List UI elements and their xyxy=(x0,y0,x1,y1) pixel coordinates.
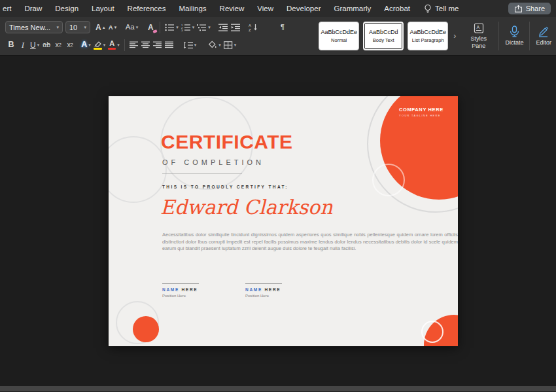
numbered-list-button[interactable]: 1 2 3 ▾ xyxy=(180,21,196,34)
menu-item-design[interactable]: Design xyxy=(55,5,78,12)
font-color-button[interactable]: A ▾ xyxy=(107,39,121,52)
menu-item-insert-truncated[interactable]: ert xyxy=(3,5,11,12)
style-label: Body Text xyxy=(373,37,394,43)
signature-name: NAME HERE xyxy=(245,287,311,292)
decrease-indent-icon xyxy=(218,24,228,31)
line-spacing-icon xyxy=(183,41,193,49)
signature-block-left[interactable]: NAME HERE Position Here xyxy=(162,283,228,298)
sort-icon: A Z xyxy=(249,23,258,31)
underline-button[interactable]: U▾ xyxy=(29,39,41,52)
italic-button[interactable]: I xyxy=(17,39,29,52)
menu-bar: ert Draw Design Layout References Mailin… xyxy=(0,0,556,17)
chevron-down-icon: ▾ xyxy=(208,25,211,29)
bold-button[interactable]: B xyxy=(5,39,17,52)
highlight-color-bar xyxy=(94,48,102,50)
multilevel-list-button[interactable]: ▾ xyxy=(196,21,212,34)
menu-item-acrobat[interactable]: Acrobat xyxy=(384,5,410,12)
recipient-name[interactable]: Edward Clarkson xyxy=(160,196,332,219)
menu-item-tell-me[interactable]: Tell me xyxy=(423,4,459,14)
ribbon: Times New... ▾ 10 ▾ A▲ A▼ Aa▾ A xyxy=(0,17,556,56)
signature-line xyxy=(245,283,282,284)
text-effects-button[interactable]: A▾ xyxy=(80,39,92,52)
menu-item-grammarly[interactable]: Grammarly xyxy=(334,5,371,12)
chevron-down-icon: ▾ xyxy=(176,25,179,29)
eraser-icon xyxy=(153,29,158,33)
subscript-mark: 2 xyxy=(59,43,61,47)
justify-button[interactable] xyxy=(164,39,175,52)
company-tagline[interactable]: YOUR TAGLINE HERE xyxy=(399,114,441,117)
style-card-normal[interactable]: AaBbCcDdEe Normal xyxy=(319,22,359,50)
font-size-select[interactable]: 10 ▾ xyxy=(65,21,90,33)
lightbulb-icon xyxy=(423,4,432,14)
chevron-down-icon: ▾ xyxy=(218,43,221,47)
svg-text:A: A xyxy=(476,25,479,29)
certificate-page[interactable]: COMPANY HERE YOUR TAGLINE HERE CERTIFICA… xyxy=(109,96,458,346)
status-bar xyxy=(0,386,556,391)
font-size-value: 10 xyxy=(69,24,77,31)
superscript-button[interactable]: x2 xyxy=(64,39,76,52)
signature-name-prefix: NAME xyxy=(162,287,179,292)
borders-button[interactable]: ▾ xyxy=(222,39,238,52)
menu-item-references[interactable]: References xyxy=(128,5,166,12)
grow-font-button[interactable]: A▲ xyxy=(94,21,107,34)
style-card-body-text[interactable]: AaBbCcDd Body Text xyxy=(363,22,404,50)
decrease-indent-button[interactable] xyxy=(217,21,230,34)
shading-button[interactable]: ▾ xyxy=(207,39,222,52)
strikethrough-button[interactable]: ab xyxy=(41,39,52,52)
underline-icon: U xyxy=(30,41,36,49)
menu-item-draw[interactable]: Draw xyxy=(24,5,42,12)
align-left-icon xyxy=(130,41,139,48)
divider xyxy=(529,22,530,50)
sort-button[interactable]: A Z xyxy=(247,21,260,34)
dictate-label: Dictate xyxy=(505,39,523,46)
editor-pencil-icon xyxy=(538,26,549,37)
justify-icon xyxy=(165,41,174,48)
menu-item-view[interactable]: View xyxy=(257,5,273,12)
font-color-icon: A xyxy=(109,40,114,47)
company-name[interactable]: COMPANY HERE xyxy=(399,107,443,113)
styles-pane-button[interactable]: A Styles Pane xyxy=(460,23,497,49)
chevron-down-icon: ▾ xyxy=(37,43,40,47)
style-card-list-paragraph[interactable]: AaBbCcDdEe List Paragraph xyxy=(408,22,448,50)
ribbon-row-2: B I U▾ ab x2 x2 A▾ xyxy=(5,37,304,53)
style-label: List Paragraph xyxy=(412,37,444,43)
certify-line[interactable]: THIS IS TO PROUDLY CERTIFY THAT: xyxy=(162,185,288,189)
certificate-title[interactable]: CERTIFICATE xyxy=(161,131,293,153)
align-right-button[interactable] xyxy=(152,39,164,52)
clear-formatting-button[interactable]: A xyxy=(145,21,156,34)
ribbon-row-1: Times New... ▾ 10 ▾ A▲ A▼ Aa▾ A xyxy=(5,20,304,35)
menu-item-mailings[interactable]: Mailings xyxy=(179,5,206,12)
signature-block-right[interactable]: NAME HERE Position Here xyxy=(245,283,311,298)
line-spacing-button[interactable]: ▾ xyxy=(182,39,198,52)
text-effects-icon: A xyxy=(81,41,87,49)
share-button[interactable]: Share xyxy=(508,3,551,14)
subscript-button[interactable]: x2 xyxy=(52,39,64,52)
document-canvas[interactable]: COMPANY HERE YOUR TAGLINE HERE CERTIFICA… xyxy=(0,56,556,386)
certificate-subtitle[interactable]: OF COMPLETION xyxy=(162,158,264,166)
signature-position: Position Here xyxy=(162,294,228,298)
menu-item-review[interactable]: Review xyxy=(220,5,245,12)
shrink-font-button[interactable]: A▼ xyxy=(107,21,119,34)
bullet-list-button[interactable]: ▾ xyxy=(164,21,180,34)
gallery-more-chevron[interactable]: › xyxy=(453,31,456,41)
menu-item-layout[interactable]: Layout xyxy=(92,5,114,12)
styles-pane-label: Styles Pane xyxy=(464,35,493,49)
align-left-button[interactable] xyxy=(128,39,140,52)
show-paragraph-marks-button[interactable]: ¶ xyxy=(277,21,288,34)
editor-button[interactable]: Editor xyxy=(531,26,556,46)
style-sample-text: AaBbCcDdEe xyxy=(409,29,446,35)
up-arrow-icon: ▲ xyxy=(102,26,106,29)
shrink-font-icon: A xyxy=(109,24,113,31)
font-name-select[interactable]: Times New... ▾ xyxy=(5,21,63,33)
multilevel-list-icon xyxy=(197,24,207,31)
menu-item-developer[interactable]: Developer xyxy=(287,5,321,12)
chevron-down-icon: ▾ xyxy=(117,43,120,47)
change-case-button[interactable]: Aa▾ xyxy=(124,21,140,34)
align-right-icon xyxy=(153,41,162,48)
increase-indent-button[interactable] xyxy=(230,21,242,34)
certificate-body-text[interactable]: Aecessitatibus dolor similiquile tincidu… xyxy=(162,232,458,253)
highlight-button[interactable]: ▾ xyxy=(92,39,107,52)
dictate-button[interactable]: Dictate xyxy=(500,26,528,46)
signature-line xyxy=(162,283,199,284)
align-center-button[interactable] xyxy=(140,39,152,52)
